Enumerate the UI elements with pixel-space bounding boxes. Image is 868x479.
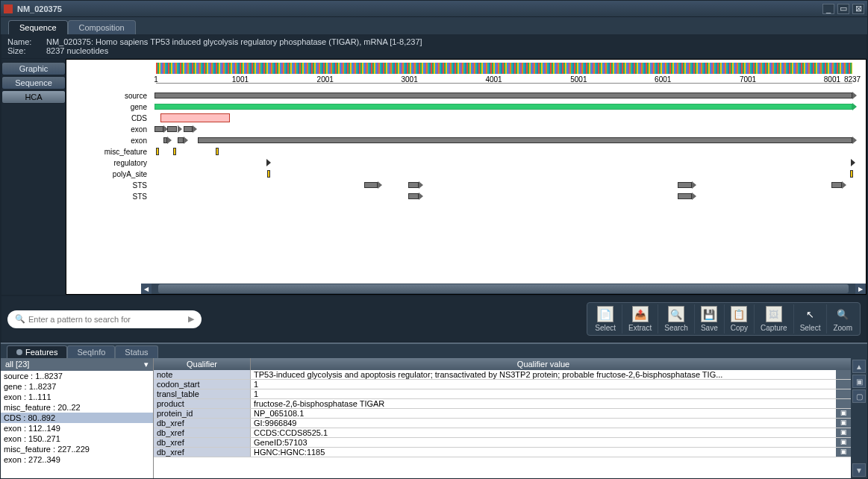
track-sts1[interactable]: [154, 180, 852, 191]
select-button[interactable]: 📄Select: [589, 304, 622, 334]
qualifier-row[interactable]: codon_start1: [154, 380, 851, 389]
search-box[interactable]: 🔍 ▶: [7, 310, 202, 328]
feature-list-item[interactable]: exon : 1..111: [1, 392, 153, 402]
minimize-button[interactable]: _: [822, 4, 834, 14]
expand-button[interactable]: ▣: [852, 375, 866, 388]
close-button[interactable]: ⊠: [852, 4, 864, 14]
track-regulatory[interactable]: [154, 157, 852, 169]
tab-composition[interactable]: Composition: [68, 20, 136, 34]
side-tab-graphic[interactable]: Graphic: [1, 62, 66, 75]
qualifier-name: db_xref: [154, 438, 251, 447]
qualifier-row[interactable]: db_xrefGI:9966849▣: [154, 419, 851, 428]
search-button[interactable]: 🔍Search: [658, 304, 695, 334]
window-title: NM_020375: [17, 4, 822, 13]
qualifier-name: db_xref: [154, 428, 251, 437]
track-cds[interactable]: [154, 113, 852, 124]
name-value: NM_020375: Homo sapiens TP53 induced gly…: [46, 37, 422, 46]
qualifier-row[interactable]: productfructose-2,6-bisphosphatase TIGAR: [154, 399, 851, 409]
horizontal-scrollbar[interactable]: ◀ ▶: [141, 284, 866, 294]
qualifier-action-button[interactable]: ▣: [836, 419, 851, 428]
qualifier-row[interactable]: noteTP53-induced glycolysis and apoptosi…: [154, 370, 851, 380]
qualifier-action-button[interactable]: ▣: [836, 438, 851, 447]
chevron-down-icon: ▾: [144, 360, 149, 369]
qualifier-row[interactable]: protein_idNP_065108.1▣: [154, 409, 851, 419]
position-ruler[interactable]: 1 1001 2001 3001 4001 5001 6001 7001 800…: [156, 75, 852, 90]
side-tab-bar: Graphic Sequence HCA: [1, 59, 66, 295]
feature-list-item[interactable]: source : 1..8237: [1, 371, 153, 381]
select-cursor-button[interactable]: ↖Select: [794, 304, 828, 334]
search-icon: 🔍: [15, 314, 25, 324]
qualifier-name: note: [154, 370, 251, 379]
capture-button[interactable]: 🖼Capture: [755, 304, 794, 334]
feature-list-item[interactable]: exon : 272..349: [1, 454, 153, 465]
feature-list[interactable]: source : 1..8237gene : 1..8237exon : 1..…: [1, 371, 153, 478]
track-gene[interactable]: [154, 101, 852, 113]
qualifier-action-button[interactable]: ▣: [836, 428, 851, 437]
qualifier-row[interactable]: db_xrefCCDS:CCDS8525.1▣: [154, 428, 851, 438]
scroll-down-button[interactable]: ▼: [852, 463, 866, 477]
qualifier-row[interactable]: transl_table1: [154, 389, 851, 399]
qualifier-action-button[interactable]: ▣: [836, 409, 851, 418]
track-polya[interactable]: [154, 169, 852, 180]
side-tab-sequence[interactable]: Sequence: [1, 76, 66, 90]
qualifier-row[interactable]: db_xrefGeneID:57103▣: [154, 438, 851, 448]
scroll-left-button[interactable]: ◀: [141, 284, 152, 294]
feature-tracks: source gene CDS exon exon: [66, 90, 852, 202]
document-icon: 📄: [597, 306, 613, 322]
app-icon: [4, 4, 13, 13]
title-bar[interactable]: NM_020375 _ ▭ ⊠: [1, 1, 867, 17]
save-button[interactable]: 💾Save: [695, 304, 725, 334]
qualifier-header[interactable]: Qualifier: [154, 358, 251, 370]
track-label-regulatory: regulatory: [66, 159, 154, 167]
feature-list-item[interactable]: exon : 112..149: [1, 423, 153, 433]
track-label-exon2: exon: [66, 137, 154, 145]
size-label: Size:: [7, 46, 40, 55]
zoom-icon: 🔍: [834, 306, 851, 322]
scroll-up-button[interactable]: ▲: [852, 360, 866, 373]
track-label-polya: polyA_site: [66, 170, 154, 178]
track-label-exon1: exon: [66, 125, 154, 134]
copy-button[interactable]: 📋Copy: [725, 304, 755, 334]
track-misc[interactable]: [154, 146, 852, 157]
feature-list-item[interactable]: misc_feature : 20..22: [1, 402, 153, 413]
track-label-source: source: [66, 92, 154, 100]
qualifier-action-button: [836, 399, 851, 408]
toolbar: 🔍 ▶ 📄Select 📤Extract 🔍Search 💾Save 📋Copy…: [1, 295, 867, 342]
tab-status[interactable]: Status: [115, 345, 157, 358]
tab-features[interactable]: Features: [7, 345, 67, 358]
extract-button[interactable]: 📤Extract: [622, 304, 658, 334]
track-exon1[interactable]: [154, 124, 852, 135]
tab-seqinfo[interactable]: SeqInfo: [67, 345, 115, 358]
qualifier-value-header[interactable]: Qualifier value: [251, 358, 836, 370]
qualifier-action-button: [836, 380, 851, 389]
search-go-icon[interactable]: ▶: [188, 314, 194, 324]
qualifier-action-button: [836, 389, 851, 398]
size-value: 8237 nucleotides: [46, 46, 108, 55]
collapse-button[interactable]: ▢: [852, 389, 866, 403]
qualifier-value: 1: [251, 380, 836, 389]
qualifier-action-button[interactable]: ▣: [836, 448, 851, 457]
track-exon2[interactable]: [154, 135, 852, 146]
track-sts2[interactable]: [154, 191, 852, 202]
tab-sequence[interactable]: Sequence: [8, 20, 68, 34]
qualifier-rows[interactable]: noteTP53-induced glycolysis and apoptosi…: [154, 370, 851, 478]
qualifier-table: Qualifier Qualifier value noteTP53-induc…: [154, 358, 851, 478]
zoom-button[interactable]: 🔍Zoom: [827, 304, 858, 334]
side-tab-hca[interactable]: HCA: [1, 90, 66, 104]
feature-list-item[interactable]: misc_feature : 227..229: [1, 444, 153, 454]
track-source[interactable]: [154, 90, 852, 101]
copy-icon: 📋: [731, 306, 747, 322]
maximize-button[interactable]: ▭: [837, 4, 849, 14]
qualifier-value: HGNC:HGNC:1185: [251, 448, 836, 457]
feature-list-item[interactable]: gene : 1..8237: [1, 381, 153, 392]
feature-list-item[interactable]: exon : 150..271: [1, 433, 153, 444]
graphic-panel[interactable]: 1 1001 2001 3001 4001 5001 6001 7001 800…: [66, 59, 867, 295]
feature-filter-dropdown[interactable]: all [23] ▾: [1, 358, 153, 371]
scroll-right-button[interactable]: ▶: [855, 284, 866, 294]
sequence-color-strip[interactable]: [156, 63, 852, 74]
qualifier-row[interactable]: db_xrefHGNC:HGNC:1185▣: [154, 448, 851, 457]
name-label: Name:: [7, 37, 40, 46]
search-input[interactable]: [28, 315, 188, 324]
feature-list-item[interactable]: CDS : 80..892: [1, 413, 153, 423]
qualifier-value: fructose-2,6-bisphosphatase TIGAR: [251, 399, 836, 408]
